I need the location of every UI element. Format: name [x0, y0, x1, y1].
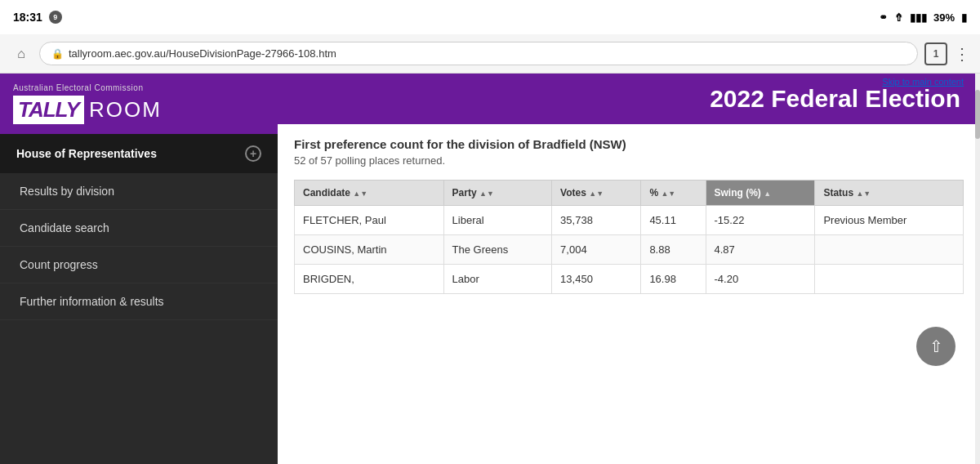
sidebar-item-count-progress[interactable]: Count progress: [0, 247, 278, 283]
home-button[interactable]: ⌂: [10, 42, 33, 65]
battery-display: 39%: [933, 11, 955, 24]
table-row: BRIGDEN, Labor 13,450 16.98 -4.20: [295, 265, 964, 294]
col-header-votes[interactable]: Votes ▲▼: [552, 181, 641, 206]
address-bar[interactable]: 🔒 tallyroom.aec.gov.au/HouseDivisionPage…: [39, 42, 918, 65]
col-header-percent[interactable]: % ▲▼: [641, 181, 706, 206]
col-header-party[interactable]: Party ▲▼: [443, 181, 551, 206]
row1-status: Previous Member: [815, 206, 964, 235]
sidebar-section-header: House of Representatives +: [0, 134, 278, 173]
tally-room-logo: TALLY ROOM: [13, 96, 265, 124]
url-text: tallyroom.aec.gov.au/HouseDivisionPage-2…: [69, 47, 336, 60]
swing-sort-icon: ▲: [764, 190, 771, 198]
sidebar: Australian Electoral Commission TALLY RO…: [0, 74, 278, 464]
browser-menu-button[interactable]: ⋮: [954, 44, 970, 64]
sidebar-item-candidate-search[interactable]: Candidate search: [0, 210, 278, 247]
count-progress-label: Count progress: [20, 258, 98, 271]
status-right: ⚭ ⇮ ▮▮▮ 39% ▮: [879, 11, 967, 24]
party-sort-icon: ▲▼: [479, 190, 494, 198]
status-left: 18:31 9: [13, 11, 62, 24]
candidate-search-label: Candidate search: [20, 221, 109, 234]
row3-status: [815, 265, 964, 294]
expand-icon[interactable]: +: [245, 145, 261, 162]
bluetooth-icon: ⚭: [879, 11, 888, 24]
percent-sort-icon: ▲▼: [661, 190, 675, 198]
votes-sort-icon: ▲▼: [589, 190, 604, 198]
row1-percent: 45.11: [641, 206, 706, 235]
row3-party: Labor: [443, 265, 551, 294]
row2-percent: 8.88: [641, 235, 706, 265]
section-title: House of Representatives: [16, 147, 157, 160]
signal-icon: ▮▮▮: [910, 11, 927, 24]
org-name: Australian Electoral Commission: [13, 83, 265, 92]
main-wrapper: Australian Electoral Commission TALLY RO…: [0, 74, 980, 464]
status-bar: 18:31 9 ⚭ ⇮ ▮▮▮ 39% ▮: [0, 0, 980, 34]
wifi-icon: ⇮: [894, 11, 903, 24]
results-table: Candidate ▲▼ Party ▲▼ Votes ▲▼ %: [294, 180, 964, 294]
row2-candidate: COUSINS, Martin: [295, 235, 444, 265]
sidebar-item-further-info[interactable]: Further information & results: [0, 283, 278, 320]
row1-votes: 35,738: [552, 206, 641, 235]
back-to-top-button[interactable]: ⇧: [916, 327, 956, 366]
tab-counter[interactable]: 1: [924, 42, 947, 65]
row2-status: [815, 235, 964, 265]
skip-to-main-link[interactable]: Skip to main content: [879, 74, 967, 90]
table-row: FLETCHER, Paul Liberal 35,738 45.11 -15.…: [295, 206, 964, 235]
page-title: First preference count for the division …: [294, 137, 964, 151]
col-header-swing[interactable]: Swing (%) ▲: [706, 181, 815, 206]
battery-icon: ▮: [961, 11, 967, 24]
col-header-candidate[interactable]: Candidate ▲▼: [295, 181, 444, 206]
aec-header: Australian Electoral Commission TALLY RO…: [0, 74, 278, 134]
col-header-status[interactable]: Status ▲▼: [815, 181, 964, 206]
election-banner: 2022 Federal Election: [278, 74, 980, 124]
further-info-label: Further information & results: [20, 295, 164, 308]
time-display: 18:31: [13, 11, 42, 24]
sidebar-nav: House of Representatives + Results by di…: [0, 134, 278, 464]
scroll-thumb: [975, 90, 980, 139]
row3-swing: -4.20: [706, 265, 815, 294]
sidebar-item-results-by-division[interactable]: Results by division: [0, 173, 278, 210]
browser-chrome: ⌂ 🔒 tallyroom.aec.gov.au/HouseDivisionPa…: [0, 34, 980, 74]
row2-party: The Greens: [443, 235, 551, 265]
row3-percent: 16.98: [641, 265, 706, 294]
row3-votes: 13,450: [552, 265, 641, 294]
row2-votes: 7,004: [552, 235, 641, 265]
notification-badge: 9: [49, 11, 62, 24]
row1-candidate: FLETCHER, Paul: [295, 206, 444, 235]
status-sort-icon: ▲▼: [856, 190, 871, 198]
tally-text: TALLY: [13, 96, 84, 124]
row1-party: Liberal: [443, 206, 551, 235]
lock-icon: 🔒: [51, 48, 64, 60]
row1-swing: -15.22: [706, 206, 815, 235]
page-subtitle: 52 of 57 polling places returned.: [294, 154, 964, 167]
content-area: Skip to main content 2022 Federal Electi…: [278, 74, 980, 464]
room-text: ROOM: [84, 97, 162, 123]
content-body: First preference count for the division …: [278, 124, 980, 307]
row3-candidate: BRIGDEN,: [295, 265, 444, 294]
table-row: COUSINS, Martin The Greens 7,004 8.88 4.…: [295, 235, 964, 265]
scroll-indicator: [975, 74, 980, 464]
results-by-division-label: Results by division: [20, 185, 114, 198]
candidate-sort-icon: ▲▼: [353, 190, 368, 198]
row2-swing: 4.87: [706, 235, 815, 265]
